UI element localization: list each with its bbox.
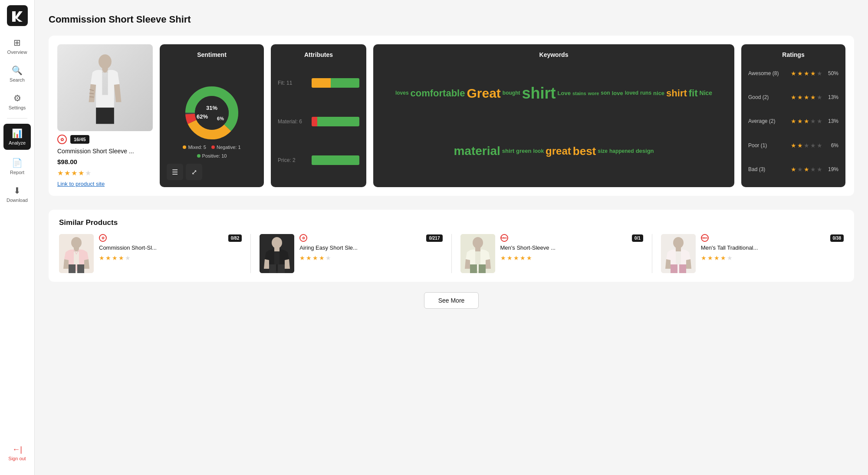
sign-out-label: Sign out (8, 456, 26, 461)
rs-av4: ★ (810, 118, 816, 125)
similar-badge-4: 0/38 (830, 234, 844, 242)
similar-name-1: Commission Short-Sl... (99, 244, 242, 252)
product-price: $98.00 (57, 158, 153, 165)
kw-great: great (546, 145, 571, 157)
rating-row-poor: Poor (1) ★ ★ ★ ★ ★ 6% (748, 142, 838, 149)
rs-b4: ★ (810, 166, 816, 173)
download-icon: ⬇ (13, 185, 21, 196)
product-link[interactable]: Link to product site (57, 181, 153, 187)
filter-button[interactable]: ☰ (167, 164, 183, 180)
similar-img-4 (661, 234, 696, 273)
sidebar-item-settings[interactable]: ⚙ Settings (0, 89, 34, 115)
similar-badge-3: 0/1 (632, 234, 643, 242)
attr-bar-price (312, 155, 359, 165)
similar-badge-1: 0/82 (228, 234, 242, 242)
sentiment-legend: Mixed: 5 Negative: 1 (183, 145, 240, 150)
svg-rect-7 (105, 108, 114, 124)
similar-stars-1: ★ ★ ★ ★ ★ (99, 254, 242, 261)
rs-p3: ★ (804, 142, 809, 149)
svg-rect-19 (69, 264, 76, 273)
similar-header-3: MMA 0/1 (500, 234, 643, 242)
rs-p2: ★ (797, 142, 803, 149)
star-2: ★ (64, 169, 70, 177)
svg-rect-30 (479, 264, 486, 273)
sidebar-item-analyze[interactable]: 📊 Analyze (3, 124, 31, 150)
similar-item-1[interactable]: ✿ 0/82 Commission Short-Sl... ★ ★ ★ ★ ★ (59, 234, 242, 273)
similar-stars-4: ★ ★ ★ ★ ★ (701, 254, 844, 261)
similar-name-2: Airing Easy Short Sle... (299, 244, 442, 252)
svg-rect-35 (679, 264, 686, 273)
ratings-content: Awesome (8) ★ ★ ★ ★ ★ 50% Good (2) ★ (748, 63, 838, 180)
star-1: ★ (57, 169, 63, 177)
negative-label: Negative: 1 (217, 145, 241, 150)
see-more-button[interactable]: See More (424, 292, 479, 309)
kw-best: best (573, 145, 596, 158)
rating-row-awesome: Awesome (8) ★ ★ ★ ★ ★ 50% (748, 70, 838, 77)
sidebar-item-label-report: Report (10, 170, 24, 175)
app-logo[interactable] (7, 5, 28, 26)
similar-header-4: MMA 0/38 (701, 234, 844, 242)
rating-stars-poor: ★ ★ ★ ★ ★ (791, 142, 822, 149)
svg-text:6%: 6% (217, 116, 224, 121)
svg-point-12 (195, 96, 229, 130)
similar-badge-2: 0/217 (426, 234, 442, 242)
attributes-title: Attributes (278, 51, 359, 58)
sidebar-divider (7, 118, 27, 119)
rs-g3: ★ (804, 94, 809, 101)
sidebar-item-label-search: Search (10, 77, 25, 82)
svg-point-22 (272, 237, 282, 248)
svg-point-1 (99, 54, 112, 69)
attr-row-material: Material: 6 (278, 117, 359, 126)
kw-loves: loves (395, 90, 409, 96)
kw-runs: runs (640, 90, 651, 96)
rs-av2: ★ (797, 118, 803, 125)
rating-row-good: Good (2) ★ ★ ★ ★ ★ 13% (748, 94, 838, 101)
brand-icon-3: MMA (500, 234, 508, 242)
legend-positive: Positive: 10 (197, 153, 227, 158)
rs-b2: ★ (797, 166, 803, 173)
similar-item-2[interactable]: ✿ 0/217 Airing Easy Short Sle... ★ ★ ★ ★… (260, 234, 442, 273)
kw-Love: Love (558, 90, 571, 96)
rs-g1: ★ (791, 94, 796, 101)
similar-header-1: ✿ 0/82 (99, 234, 242, 242)
kw-wore: wore (588, 91, 599, 96)
sign-out-button[interactable]: ←| Sign out (5, 442, 29, 465)
similar-item-4[interactable]: MMA 0/38 Men's Tall Traditional... ★ ★ ★… (661, 234, 844, 273)
sidebar-item-search[interactable]: 🔍 Search (0, 61, 34, 87)
ratings-title: Ratings (748, 51, 838, 58)
svg-point-27 (473, 237, 483, 248)
sidebar-item-download[interactable]: ⬇ Download (0, 181, 34, 207)
svg-text:62%: 62% (197, 113, 208, 120)
rs-a3: ★ (804, 70, 809, 77)
sentiment-card: Sentiment (160, 44, 264, 187)
divider-1 (250, 234, 251, 273)
similar-img-1 (59, 234, 94, 273)
similar-info-3: MMA 0/1 Men's Short-Sleeve ... ★ ★ ★ ★ ★ (500, 234, 643, 261)
product-section: ✿ 16/45 Commission Short Sleeve ... $98.… (49, 36, 854, 196)
rating-stars-bad: ★ ★ ★ ★ ★ (791, 166, 822, 173)
rs-b3: ★ (804, 166, 809, 173)
kw-bought: bought (503, 90, 520, 96)
expand-button[interactable]: ⤢ (186, 164, 202, 180)
similar-item-3[interactable]: MMA 0/1 Men's Short-Sleeve ... ★ ★ ★ ★ ★ (460, 234, 643, 273)
kw-happened: happened (609, 148, 634, 154)
sidebar-item-report[interactable]: 📄 Report (0, 153, 34, 179)
rating-label-bad: Bad (3) (748, 166, 787, 172)
sentiment-legend-2: Positive: 10 (197, 153, 227, 158)
similar-stars-3: ★ ★ ★ ★ ★ (500, 254, 643, 261)
attr-bar-fit-green (331, 78, 359, 88)
rating-stars-average: ★ ★ ★ ★ ★ (791, 118, 822, 125)
attributes-card: Attributes Fit: 11 Material: 6 (271, 44, 366, 187)
rating-label-average: Average (2) (748, 118, 787, 124)
svg-text:31%: 31% (206, 105, 217, 111)
settings-icon: ⚙ (13, 93, 21, 103)
kw-fit: fit (689, 88, 698, 99)
product-name: Commission Short Sleeve ... (57, 148, 153, 155)
kw-look: look (533, 148, 544, 154)
sidebar-item-overview[interactable]: ⊞ Overview (0, 33, 34, 59)
rating-stars-good: ★ ★ ★ ★ ★ (791, 94, 822, 101)
similar-img-3 (460, 234, 495, 273)
attr-label-material: Material: 6 (278, 119, 308, 125)
attr-bar-material-red (312, 117, 317, 126)
positive-dot (197, 154, 201, 158)
